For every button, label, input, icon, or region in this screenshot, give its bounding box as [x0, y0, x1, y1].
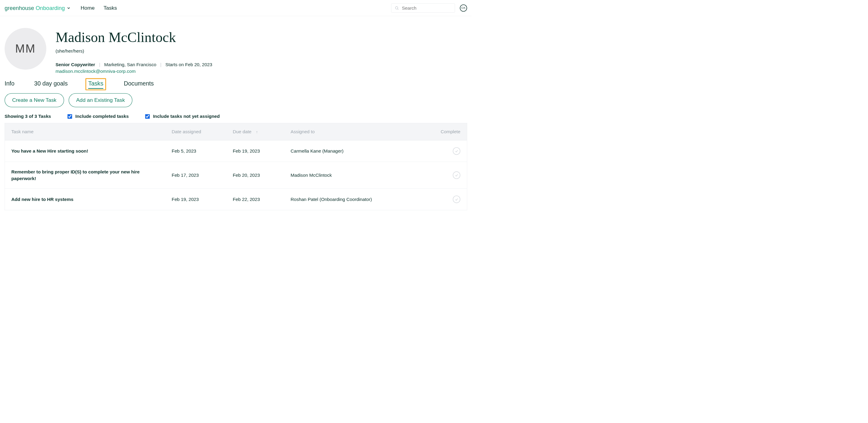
- tab-info[interactable]: Info: [4, 80, 14, 87]
- tab-tasks-highlight: Tasks: [86, 78, 106, 90]
- include-completed-label: Include completed tasks: [75, 114, 129, 119]
- assigned-to-cell: Roshan Patel (Onboarding Coordinator): [284, 189, 420, 210]
- top-bar: greenhouse Onboarding Home Tasks CK: [0, 0, 472, 16]
- create-task-button[interactable]: Create a New Task: [4, 93, 64, 107]
- profile-header: MM Madison McClintock (she/her/hers) Sen…: [4, 28, 467, 74]
- results-count: Showing 3 of 3 Tasks: [4, 114, 51, 119]
- brand-name-1: greenhouse: [4, 5, 34, 11]
- complete-cell: [420, 189, 467, 210]
- col-due-date[interactable]: Due date↑: [226, 123, 284, 140]
- profile-avatar: MM: [4, 28, 46, 69]
- add-existing-task-button[interactable]: Add an Existing Task: [69, 93, 132, 107]
- nav-home[interactable]: Home: [81, 5, 95, 11]
- complete-toggle[interactable]: [453, 171, 460, 179]
- profile-title: Senior Copywriter: [56, 62, 95, 67]
- task-actions: Create a New Task Add an Existing Task: [4, 93, 467, 107]
- search-input[interactable]: [402, 5, 461, 10]
- profile-start: Starts on Feb 20, 2023: [165, 62, 212, 67]
- tasks-table: Task name Date assigned Due date↑ Assign…: [4, 123, 467, 210]
- table-row[interactable]: You have a New Hire starting soon!Feb 5,…: [4, 140, 467, 162]
- col-complete: Complete: [420, 123, 467, 140]
- date-assigned-cell: Feb 5, 2023: [165, 140, 226, 162]
- user-avatar[interactable]: CK: [460, 4, 467, 11]
- task-name-cell[interactable]: Remember to bring proper ID(S) to comple…: [4, 162, 165, 189]
- profile-info: Madison McClintock (she/her/hers) Senior…: [56, 28, 212, 74]
- task-name-cell[interactable]: Add new hire to HR systems: [4, 189, 165, 210]
- brand[interactable]: greenhouse Onboarding: [4, 5, 71, 11]
- complete-cell: [420, 140, 467, 162]
- tab-goals[interactable]: 30 day goals: [34, 80, 68, 87]
- search-icon: [395, 6, 399, 10]
- profile-name: Madison McClintock: [56, 29, 212, 45]
- col-task-name[interactable]: Task name: [4, 123, 165, 140]
- complete-cell: [420, 162, 467, 189]
- brand-name-2: Onboarding: [34, 5, 65, 11]
- table-row[interactable]: Add new hire to HR systemsFeb 19, 2023Fe…: [4, 189, 467, 210]
- include-completed-checkbox[interactable]: [67, 114, 72, 119]
- date-assigned-cell: Feb 19, 2023: [165, 189, 226, 210]
- svg-line-1: [398, 9, 399, 10]
- col-assigned-to[interactable]: Assigned to: [284, 123, 420, 140]
- task-name-cell[interactable]: You have a New Hire starting soon!: [4, 140, 165, 162]
- due-date-cell: Feb 20, 2023: [226, 162, 284, 189]
- page-content: MM Madison McClintock (she/her/hers) Sen…: [0, 16, 472, 217]
- date-assigned-cell: Feb 17, 2023: [165, 162, 226, 189]
- include-unassigned-checkbox[interactable]: [145, 114, 150, 119]
- brand-logo: greenhouse Onboarding: [4, 5, 65, 11]
- tab-documents[interactable]: Documents: [124, 80, 154, 87]
- complete-toggle[interactable]: [453, 147, 460, 155]
- tab-tasks[interactable]: Tasks: [88, 80, 103, 87]
- due-date-cell: Feb 19, 2023: [226, 140, 284, 162]
- table-row[interactable]: Remember to bring proper ID(S) to comple…: [4, 162, 467, 189]
- complete-toggle[interactable]: [453, 195, 460, 203]
- include-completed-group[interactable]: Include completed tasks: [67, 114, 129, 119]
- nav-tasks[interactable]: Tasks: [103, 5, 117, 11]
- profile-pronouns: (she/her/hers): [56, 48, 212, 54]
- profile-email[interactable]: madison.mcclintock@omniva-corp.com: [56, 69, 212, 74]
- col-date-assigned[interactable]: Date assigned: [165, 123, 226, 140]
- svg-point-0: [395, 7, 398, 9]
- due-date-cell: Feb 22, 2023: [226, 189, 284, 210]
- sort-up-icon: ↑: [256, 130, 258, 134]
- include-unassigned-label: Include tasks not yet assigned: [153, 114, 220, 119]
- tabs: Info 30 day goals Tasks Documents: [4, 79, 467, 88]
- assigned-to-cell: Carmella Kane (Manager): [284, 140, 420, 162]
- chevron-down-icon[interactable]: [66, 6, 71, 10]
- assigned-to-cell: Madison McClintock: [284, 162, 420, 189]
- profile-dept-loc: Marketing, San Francisco: [104, 62, 157, 67]
- search-field[interactable]: [391, 3, 455, 12]
- profile-meta: Senior Copywriter | Marketing, San Franc…: [56, 62, 212, 67]
- filters-row: Showing 3 of 3 Tasks Include completed t…: [4, 114, 467, 119]
- table-header-row: Task name Date assigned Due date↑ Assign…: [4, 123, 467, 140]
- include-unassigned-group[interactable]: Include tasks not yet assigned: [145, 114, 220, 119]
